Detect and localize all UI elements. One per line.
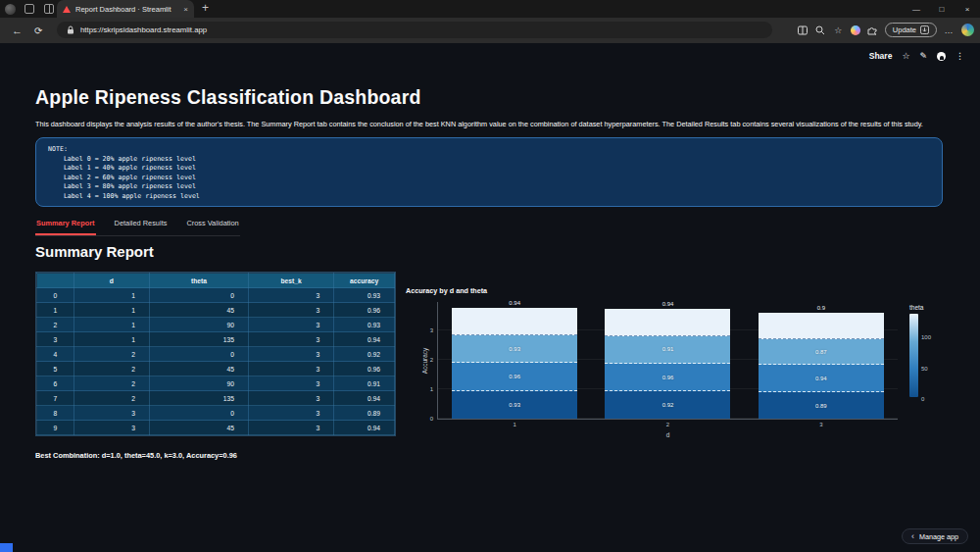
browser-titlebar: Report Dashboard · Streamlit × + — □ × [0,0,980,18]
browser-toolbar: ← ⟳ https://skripsidashboard.streamlit.a… [0,18,980,43]
table-cell: 90 [149,318,248,332]
streamlit-header-toolbar: Share ☆ ✎ ⋮ [869,51,964,61]
page-title: Apple Ripeness Classification Dashboard [35,86,421,109]
table-cell: 0.94 [334,421,395,435]
table-row: 934530.94 [37,421,395,435]
new-tab-button[interactable]: + [202,1,209,15]
y-axis-label: Accuracy [421,347,428,374]
stacked-bar-d-2[interactable]: 0.920.960.910.942 [605,301,730,419]
y-tick-label: 0 [430,416,433,422]
favorite-star-icon[interactable]: ☆ [902,51,909,61]
tab-actions-icon[interactable] [44,4,54,14]
update-label: Update [893,25,916,34]
best-combination-text: Best Combination: d=1.0, theta=45.0, k=3… [35,451,237,460]
search-zoom-icon[interactable] [815,25,826,35]
extensions-icon[interactable] [867,25,878,35]
table-cell: 3 [248,391,333,406]
tab-close-icon[interactable]: × [183,5,188,14]
favorites-star-icon[interactable]: ☆ [833,25,844,35]
toolbar-actions: ☆ Update … [798,21,974,39]
column-header-best_k[interactable]: best_k [248,274,333,288]
note-text: NOTE: Label 0 = 20% apple ripeness level… [48,145,930,202]
bar-segment-theta-90[interactable]: 0.87 [759,339,884,365]
share-button[interactable]: Share [869,51,893,61]
address-bar[interactable]: https://skripsidashboard.streamlit.app [57,22,772,38]
bar-segment-theta-90[interactable]: 0.93 [452,335,577,363]
column-header-accuracy[interactable]: accuracy [334,274,395,288]
split-screen-icon[interactable] [798,25,808,35]
browser-tab[interactable]: Report Dashboard · Streamlit × [57,0,194,18]
bar-segment-theta-135[interactable] [452,308,577,335]
table-cell: 1 [74,288,149,303]
segment-value-label: 0.89 [815,403,827,409]
x-axis-label: d [438,431,898,438]
table-cell: 0.93 [334,288,395,303]
table-cell: 2 [74,362,149,376]
row-index: 1 [37,303,74,318]
tab-detailed-results[interactable]: Detailed Results [114,216,169,235]
bars-row: 0.930.960.930.9410.920.960.910.9420.890.… [438,302,898,419]
table-cell: 1 [74,318,149,332]
bar-segment-theta-45[interactable]: 0.96 [452,363,577,391]
table-cell: 45 [149,303,248,318]
stacked-bar-d-1[interactable]: 0.930.960.930.941 [452,301,577,419]
table-cell: 1 [74,332,149,347]
segment-value-label: 0.96 [662,375,674,380]
settings-kebab-icon[interactable]: … [944,25,955,35]
bottom-left-accent [0,543,13,552]
segment-value-label: 0.94 [605,301,730,307]
row-index: 3 [37,332,74,347]
segment-value-label: 0.87 [815,349,827,355]
close-button[interactable]: × [955,0,980,18]
manage-app-button[interactable]: ‹ Manage app [902,528,968,544]
bar-segment-theta-90[interactable]: 0.91 [605,336,730,363]
table-cell: 3 [248,406,333,421]
table-cell: 45 [149,421,248,435]
browser-logo-icon[interactable] [5,4,16,15]
table-cell: 3 [74,406,149,421]
table-cell: 2 [74,376,149,391]
copilot-icon[interactable] [851,25,860,35]
profile-avatar[interactable] [961,24,974,36]
update-button[interactable]: Update [885,23,937,37]
bar-segment-theta-135[interactable] [759,313,884,339]
download-icon [920,25,929,34]
window-controls: — □ × [904,0,980,18]
back-icon[interactable]: ← [12,25,23,36]
table-cell: 0.94 [334,391,395,406]
minimize-button[interactable]: — [904,0,929,18]
column-header-theta[interactable]: theta [149,274,248,288]
github-icon[interactable] [937,52,946,61]
bar-segment-theta-135[interactable] [605,309,730,336]
bar-segment-theta-0[interactable]: 0.92 [605,391,730,419]
stacked-bar-d-3[interactable]: 0.890.940.870.93 [759,301,884,419]
maximize-button[interactable]: □ [929,0,955,18]
bar-segment-theta-0[interactable]: 0.93 [452,391,577,419]
edit-pencil-icon[interactable]: ✎ [919,51,927,61]
row-index: 4 [37,347,74,362]
tab-title: Report Dashboard · Streamlit [75,5,178,14]
table-row: 01030.93 [37,288,395,303]
colorbar-gradient [909,314,918,397]
app-menu-kebab-icon[interactable]: ⋮ [956,51,964,61]
table-corner [37,274,74,288]
results-dataframe[interactable]: dthetabest_kaccuracy01030.93114530.96219… [35,272,396,436]
tab-summary-report[interactable]: Summary Report [35,216,96,235]
table-row: 219030.93 [37,318,395,332]
row-index: 7 [37,391,74,406]
refresh-icon[interactable]: ⟳ [34,25,42,36]
column-header-d[interactable]: d [74,274,149,288]
table-cell: 3 [248,347,333,362]
table-cell: 2 [74,391,149,406]
workspaces-icon[interactable] [24,4,34,14]
plot-area: Accuracy d 01230.930.960.930.9410.920.96… [437,302,898,420]
bar-segment-theta-0[interactable]: 0.89 [759,392,884,419]
colorbar-title: theta [909,304,949,311]
browser-window: Report Dashboard · Streamlit × + — □ × ←… [0,0,980,552]
x-tick-label: 1 [452,422,577,427]
row-index: 2 [37,318,74,332]
tab-cross-validation[interactable]: Cross Validation [185,216,239,235]
bar-segment-theta-45[interactable]: 0.96 [605,364,730,392]
table-cell: 3 [74,421,149,435]
bar-segment-theta-45[interactable]: 0.94 [759,365,884,392]
